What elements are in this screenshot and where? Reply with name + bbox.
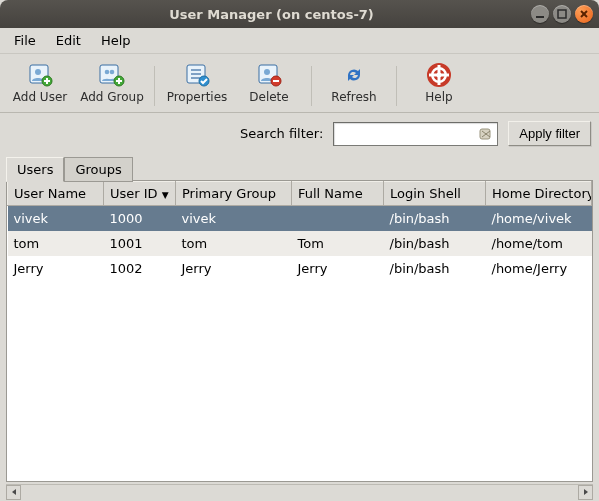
cell-user-id: 1002 <box>104 256 176 281</box>
cell-primary-group: vivek <box>176 206 292 232</box>
sort-desc-icon: ▼ <box>162 190 169 200</box>
table-header-row: User Name User ID ▼ Primary Group Full N… <box>8 182 592 206</box>
cell-user-name: tom <box>8 231 104 256</box>
svg-rect-1 <box>558 10 566 18</box>
delete-button[interactable]: Delete <box>233 60 305 110</box>
minimize-icon <box>535 9 545 19</box>
add-user-button[interactable]: Add User <box>4 60 76 110</box>
menu-help[interactable]: Help <box>93 31 139 50</box>
col-user-id[interactable]: User ID ▼ <box>104 182 176 206</box>
scroll-left-icon[interactable] <box>6 485 21 500</box>
cell-login-shell: /bin/bash <box>384 256 486 281</box>
tab-users[interactable]: Users <box>6 157 64 182</box>
svg-point-11 <box>110 70 115 75</box>
maximize-button[interactable] <box>553 5 571 23</box>
help-icon <box>425 62 453 88</box>
cell-user-id: 1000 <box>104 206 176 232</box>
svg-rect-28 <box>480 129 490 139</box>
svg-point-10 <box>105 70 110 75</box>
menu-file[interactable]: File <box>6 31 44 50</box>
toolbar-separator <box>154 66 155 106</box>
cell-user-name: Jerry <box>8 256 104 281</box>
cell-home-dir: /home/vivek <box>486 206 592 232</box>
svg-rect-0 <box>536 16 544 18</box>
add-group-icon <box>98 62 126 88</box>
users-table: User Name User ID ▼ Primary Group Full N… <box>6 180 593 482</box>
cell-primary-group: Jerry <box>176 256 292 281</box>
refresh-label: Refresh <box>331 90 376 104</box>
maximize-icon <box>557 9 567 19</box>
refresh-icon <box>340 62 368 88</box>
properties-label: Properties <box>167 90 228 104</box>
add-user-label: Add User <box>13 90 67 104</box>
cell-login-shell: /bin/bash <box>384 231 486 256</box>
add-group-label: Add Group <box>80 90 144 104</box>
refresh-button[interactable]: Refresh <box>318 60 390 110</box>
help-button[interactable]: Help <box>403 60 475 110</box>
horizontal-scrollbar[interactable] <box>6 484 593 499</box>
cell-full-name: Jerry <box>292 256 384 281</box>
svg-point-5 <box>35 69 41 75</box>
col-primary-group[interactable]: Primary Group <box>176 182 292 206</box>
add-user-icon <box>26 62 54 88</box>
menubar: File Edit Help <box>0 28 599 54</box>
cell-full-name: Tom <box>292 231 384 256</box>
help-label: Help <box>425 90 452 104</box>
cell-login-shell: /bin/bash <box>384 206 486 232</box>
delete-label: Delete <box>249 90 288 104</box>
add-group-button[interactable]: Add Group <box>76 60 148 110</box>
scroll-right-icon[interactable] <box>578 485 593 500</box>
filter-row: Search filter: Apply filter <box>0 113 599 156</box>
menu-edit[interactable]: Edit <box>48 31 89 50</box>
search-filter-label: Search filter: <box>240 126 323 141</box>
close-button[interactable] <box>575 5 593 23</box>
close-icon <box>579 9 589 19</box>
col-login-shell[interactable]: Login Shell <box>384 182 486 206</box>
toolbar-separator <box>396 66 397 106</box>
properties-button[interactable]: Properties <box>161 60 233 110</box>
table-row[interactable]: Jerry1002JerryJerry/bin/bash/home/Jerry <box>8 256 592 281</box>
clear-filter-icon[interactable] <box>478 126 494 142</box>
minimize-button[interactable] <box>531 5 549 23</box>
cell-home-dir: /home/Jerry <box>486 256 592 281</box>
cell-home-dir: /home/tom <box>486 231 592 256</box>
svg-point-21 <box>264 69 270 75</box>
tab-bar: Users Groups <box>0 156 599 181</box>
search-input[interactable] <box>333 122 498 146</box>
table-row[interactable]: vivek1000vivek/bin/bash/home/vivek <box>8 206 592 232</box>
apply-filter-button[interactable]: Apply filter <box>508 121 591 146</box>
cell-primary-group: tom <box>176 231 292 256</box>
col-full-name[interactable]: Full Name <box>292 182 384 206</box>
properties-icon <box>183 62 211 88</box>
toolbar-separator <box>311 66 312 106</box>
window-buttons <box>531 5 593 23</box>
delete-icon <box>255 62 283 88</box>
window-title: User Manager (on centos-7) <box>12 7 531 22</box>
cell-user-name: vivek <box>8 206 104 232</box>
cell-user-id: 1001 <box>104 231 176 256</box>
table-row[interactable]: tom1001tomTom/bin/bash/home/tom <box>8 231 592 256</box>
col-home-dir[interactable]: Home Directory <box>486 182 592 206</box>
cell-full-name <box>292 206 384 232</box>
col-user-name[interactable]: User Name <box>8 182 104 206</box>
tab-groups[interactable]: Groups <box>64 157 132 182</box>
toolbar: Add User Add Group Properties <box>0 54 599 113</box>
titlebar: User Manager (on centos-7) <box>0 0 599 28</box>
